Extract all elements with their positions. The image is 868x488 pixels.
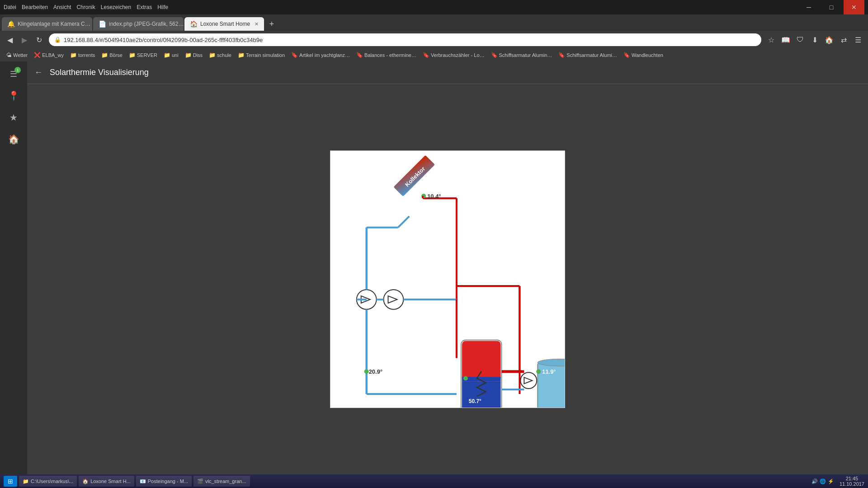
bookmark-diss-icon: 📁: [185, 52, 192, 58]
menu-datei[interactable]: Datei: [4, 4, 16, 10]
tab-loxone-icon: 🏠: [190, 20, 198, 28]
taskbar-item-vlc[interactable]: 🎬 vlc_stream_gran...: [193, 476, 250, 487]
tray-icon-1: 🔊: [811, 479, 818, 484]
sidebar-item-favorites[interactable]: ★: [5, 108, 23, 127]
bookmark-terrain[interactable]: 📁 Terrain simulation: [235, 51, 288, 59]
maximize-button[interactable]: □: [821, 0, 842, 14]
temp-left: 20.9°: [369, 368, 382, 375]
reload-button[interactable]: ↻: [33, 33, 45, 46]
bookmark-schiffsarmatur2[interactable]: 🔖 Schiffsarmatur Alumi…: [556, 51, 620, 59]
sidebar-item-home[interactable]: 🏠: [5, 130, 23, 148]
location-icon: 📍: [8, 90, 19, 101]
back-button[interactable]: ◀: [4, 33, 16, 46]
menu-bearbeiten[interactable]: Bearbeiten: [22, 4, 48, 10]
bookmark-wetter[interactable]: 🌤 Wetter: [4, 51, 30, 59]
bookmark-diss[interactable]: 📁 Diss: [182, 51, 205, 59]
tab-index-icon: 📄: [99, 20, 106, 28]
bookmark-balances[interactable]: 🔖 Balances - ethermine…: [354, 51, 419, 59]
bookmark-wetter-label: Wetter: [13, 52, 28, 58]
menu-lesezeichen[interactable]: Lesezeichen: [101, 4, 131, 10]
svg-point-26: [463, 376, 468, 380]
svg-point-29: [520, 372, 537, 389]
bookmark-schule-label: schule: [217, 52, 231, 58]
tab-loxone-close[interactable]: ✕: [255, 21, 259, 27]
bookmark-verbrauch-icon: 🔖: [423, 52, 429, 58]
bookmark-artikel[interactable]: 🔖 Artikel im yachtglanz…: [288, 51, 353, 59]
bookmark-schule-icon: 📁: [209, 52, 216, 58]
bookmark-terrain-label: Terrain simulation: [246, 52, 285, 58]
taskbar-loxone-label: Loxone Smart H...: [90, 479, 131, 484]
sidebar-menu-button[interactable]: ☰ 1: [5, 65, 23, 83]
bookmark-wandleuchten[interactable]: 🔖 Wandleuchten: [621, 51, 666, 59]
tab-loxone-label: Loxone Smart Home: [200, 21, 250, 27]
menu-bar: Datei Bearbeiten Ansicht Chronik Lesezei…: [4, 4, 168, 10]
new-tab-button[interactable]: +: [265, 17, 278, 31]
start-button[interactable]: ⊞: [4, 476, 17, 487]
viz-container: Kollektor 10.4°: [330, 150, 565, 408]
star-icon[interactable]: ☆: [765, 33, 778, 46]
window-controls: ─ □ ✕: [798, 0, 864, 14]
temp-kollektor: 10.4°: [427, 193, 441, 200]
bookmark-schiffsarmatur1[interactable]: 🔖 Schiffsarmatur Alumin…: [488, 51, 555, 59]
bookmark-elba[interactable]: ❌ ELBA_wy: [31, 51, 66, 59]
page-title: Solarthermie Visualisierung: [50, 68, 149, 77]
taskbar-item-explorer[interactable]: 📁 C:\Users\markus\...: [19, 476, 77, 487]
tab-index[interactable]: 📄 index.php (JPEG-Grafik, 562… ✕: [93, 17, 184, 31]
bookmark-balances-icon: 🔖: [356, 52, 363, 58]
menu-hilfe[interactable]: Hilfe: [157, 4, 168, 10]
browser-content: ☰ 1 📍 ★ 🏠 ← Solarthermie Visualisierung: [0, 61, 868, 474]
bookmarks-icon[interactable]: 📖: [779, 33, 792, 46]
svg-point-12: [384, 290, 404, 310]
sync-icon[interactable]: ⇄: [837, 33, 850, 46]
title-bar-left: Datei Bearbeiten Ansicht Chronik Lesezei…: [4, 4, 168, 10]
taskbar-item-loxone[interactable]: 🏠 Loxone Smart H...: [79, 476, 134, 487]
title-bar: Datei Bearbeiten Ansicht Chronik Lesezei…: [0, 0, 868, 14]
url-text: 192.168.88.4/#/504f9410ae2b/control/0f42…: [64, 37, 263, 43]
bookmark-schule[interactable]: 📁 schule: [206, 51, 234, 59]
forward-button[interactable]: ▶: [18, 33, 31, 46]
bookmark-borse-icon: 📁: [101, 52, 108, 58]
bookmark-server-icon: 📁: [129, 52, 136, 58]
taskbar-date: 11.10.2017: [840, 481, 864, 487]
home-nav-icon[interactable]: 🏠: [823, 33, 835, 46]
tab-bar: 🔔 Klingelanlage mit Kamera C… ✕ 📄 index.…: [0, 14, 868, 31]
url-bar[interactable]: 🔒 192.168.88.4/#/504f9410ae2b/control/0f…: [49, 33, 761, 46]
taskbar-item-mail[interactable]: 📧 Posteingang - M...: [136, 476, 192, 487]
bookmark-uni[interactable]: 📁 uni: [161, 51, 181, 59]
taskbar-vlc-icon: 🎬: [197, 479, 203, 484]
menu-ansicht[interactable]: Ansicht: [53, 4, 71, 10]
tab-klingelanlage[interactable]: 🔔 Klingelanlage mit Kamera C… ✕: [2, 17, 92, 31]
visualization-area: Kollektor 10.4°: [27, 84, 868, 474]
loxone-sidebar: ☰ 1 📍 ★ 🏠: [0, 61, 27, 474]
bookmark-borse[interactable]: 📁 Börse: [99, 51, 125, 59]
menu-chronik[interactable]: Chronik: [76, 4, 95, 10]
tab-loxone[interactable]: 🏠 Loxone Smart Home ✕: [184, 17, 264, 31]
minimize-button[interactable]: ─: [798, 0, 819, 14]
solar-diagram: Kollektor 10.4°: [330, 151, 565, 408]
content-back-button[interactable]: ←: [34, 68, 42, 77]
address-bar: ◀ ▶ ↻ 🔒 192.168.88.4/#/504f9410ae2b/cont…: [0, 31, 868, 49]
svg-point-34: [536, 369, 541, 374]
bookmark-uni-icon: 📁: [164, 52, 170, 58]
bookmarks-bar: 🌤 Wetter ❌ ELBA_wy 📁 torrents 📁 Börse 📁 …: [0, 49, 868, 61]
bookmark-wetter-icon: 🌤: [6, 52, 12, 58]
bookmark-server[interactable]: 📁 SERVER: [126, 51, 160, 59]
bookmark-borse-label: Börse: [109, 52, 123, 58]
content-header: ← Solarthermie Visualisierung: [27, 61, 868, 84]
main-content: ← Solarthermie Visualisierung: [27, 61, 868, 474]
more-icon[interactable]: ☰: [852, 33, 864, 46]
taskbar-time: 21:45: [846, 476, 859, 481]
bookmark-verbrauch[interactable]: 🔖 Verbrauchszähler - Lo…: [420, 51, 487, 59]
bookmark-artikel-label: Artikel im yachtglanz…: [299, 52, 350, 58]
shield-icon[interactable]: 🛡: [794, 33, 807, 46]
bookmark-verbrauch-label: Verbrauchszähler - Lo…: [431, 52, 485, 58]
svg-point-20: [364, 369, 369, 374]
close-button[interactable]: ✕: [844, 0, 864, 14]
bookmark-torrents[interactable]: 📁 torrents: [67, 51, 98, 59]
sidebar-item-location[interactable]: 📍: [5, 87, 23, 105]
taskbar-tray: 🔊 🌐 ⚡: [808, 479, 838, 484]
bookmark-terrain-icon: 📁: [238, 52, 245, 58]
download-icon[interactable]: ⬇: [808, 33, 821, 46]
menu-extras[interactable]: Extras: [137, 4, 152, 10]
bookmark-artikel-icon: 🔖: [291, 52, 298, 58]
